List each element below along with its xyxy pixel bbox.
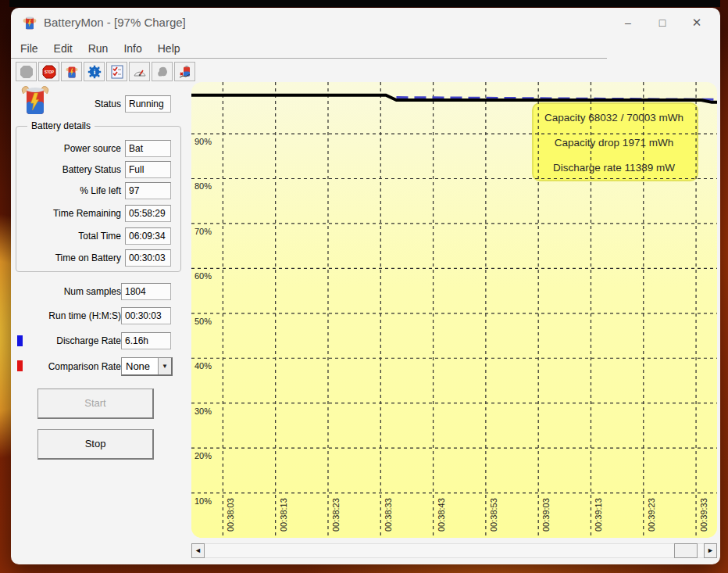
scroll-left-arrow-icon[interactable]: ◄ [191, 543, 205, 558]
run-time-label: Run time (H:M:S) [16, 307, 121, 325]
maximize-button[interactable]: □ [645, 11, 680, 34]
scroll-right-arrow-icon[interactable]: ► [704, 543, 717, 558]
battery-charge-chart: 90%80%70%60%50%40%30%20%10%00:38:0300:38… [191, 82, 717, 538]
svg-text:00:39:33: 00:39:33 [699, 498, 708, 532]
annotation-capacity: Capacity 68032 / 70003 mWh [544, 112, 683, 124]
status-field: Running [125, 95, 171, 113]
record-disabled-icon [20, 65, 34, 79]
toolbar-log-button[interactable] [106, 62, 127, 81]
life-left-label: % Life left [16, 182, 121, 200]
chevron-down-icon[interactable]: ▼ [158, 358, 171, 374]
minimize-button[interactable]: – [611, 11, 645, 34]
chart-annotation-text: Capacity 68032 / 70003 mWh Capacity drop… [527, 102, 701, 181]
scrollbar-thumb[interactable] [674, 543, 698, 558]
status-label: Status [16, 95, 121, 113]
history-disabled-icon [156, 66, 169, 78]
toolbar-battery-report-button[interactable] [174, 62, 195, 81]
toolbar-settings-button[interactable]: i [84, 62, 105, 81]
toolbar-history-button[interactable] [152, 62, 173, 81]
annotation-discharge-rate: Discharge rate 11389 mW [553, 162, 675, 174]
svg-text:80%: 80% [194, 181, 212, 191]
toolbar-stop-button[interactable]: STOP [38, 62, 59, 81]
toolbar-start-button[interactable] [16, 62, 37, 81]
annotation-capacity-drop: Capacity drop 1971 mWh [555, 137, 673, 149]
stop-button[interactable]: Stop [37, 429, 154, 460]
discharge-rate-label: Discharge Rate [16, 332, 121, 350]
svg-text:20%: 20% [194, 451, 212, 460]
menu-help[interactable]: Help [150, 39, 188, 58]
time-on-battery-field: 00:30:03 [125, 249, 171, 267]
toolbar: STOP i [16, 62, 195, 81]
time-remaining-label: Time Remaining [16, 205, 121, 223]
num-samples-field: 1804 [121, 283, 171, 300]
svg-text:00:38:13: 00:38:13 [279, 498, 288, 532]
battery-status-field: Full [125, 161, 171, 178]
checklist-icon [111, 65, 123, 79]
comparison-rate-dropdown[interactable]: None ▼ [121, 357, 173, 376]
svg-text:60%: 60% [194, 271, 212, 281]
svg-text:00:39:23: 00:39:23 [647, 498, 656, 532]
menu-run[interactable]: Run [80, 39, 116, 58]
stop-sign-icon: STOP [42, 65, 56, 79]
info-gear-icon: i [87, 65, 102, 79]
life-left-field: 97 [125, 182, 171, 199]
total-time-label: Total Time [16, 227, 121, 245]
svg-text:00:39:13: 00:39:13 [594, 498, 603, 532]
menu-file[interactable]: File [12, 39, 46, 58]
total-time-field: 06:09:34 [125, 227, 171, 245]
close-button[interactable]: ✕ [680, 11, 714, 34]
batterymon-window: BatteryMon - [97% Charge] – □ ✕ File Edi… [11, 8, 720, 564]
comparison-rate-value: None [122, 358, 158, 374]
svg-text:40%: 40% [194, 361, 212, 371]
svg-text:00:38:03: 00:38:03 [226, 498, 235, 532]
power-source-label: Power source [16, 140, 121, 158]
discharge-rate-field: 6.16h [121, 332, 171, 349]
svg-text:70%: 70% [194, 227, 212, 236]
num-samples-label: Num samples [16, 283, 121, 301]
menu-separator [11, 58, 607, 59]
run-time-field: 00:30:03 [121, 307, 171, 324]
svg-text:10%: 10% [194, 496, 212, 506]
svg-text:00:38:33: 00:38:33 [384, 498, 393, 532]
time-remaining-field: 05:58:29 [125, 205, 171, 222]
menu-info[interactable]: Info [116, 39, 149, 58]
battery-report-icon [178, 65, 192, 79]
svg-text:00:38:43: 00:38:43 [437, 498, 446, 532]
power-source-field: Bat [125, 140, 171, 157]
time-on-battery-label: Time on Battery [16, 249, 121, 267]
battery-status-label: Battery Status [16, 161, 121, 179]
comparison-rate-label: Comparison Rate [16, 357, 121, 377]
svg-text:50%: 50% [194, 317, 212, 326]
svg-text:90%: 90% [194, 137, 212, 146]
chart-horizontal-scrollbar[interactable]: ◄ ► [191, 543, 717, 558]
gauge-icon [133, 66, 147, 77]
toolbar-battery-info-button[interactable] [61, 62, 82, 81]
window-title: BatteryMon - [97% Charge] [44, 16, 186, 29]
batterymon-app-icon [22, 15, 37, 30]
menu-edit[interactable]: Edit [46, 39, 80, 58]
title-bar: BatteryMon - [97% Charge] – □ ✕ [11, 8, 720, 38]
battery-logo-icon [66, 65, 78, 79]
svg-text:00:38:23: 00:38:23 [331, 498, 341, 532]
menu-bar: File Edit Run Info Help [12, 39, 188, 58]
svg-text:STOP: STOP [44, 70, 53, 74]
toolbar-gauge-button[interactable] [129, 62, 150, 81]
svg-text:00:39:03: 00:39:03 [541, 498, 551, 532]
battery-details-title: Battery details [27, 120, 95, 131]
svg-text:00:38:53: 00:38:53 [489, 498, 498, 532]
svg-text:30%: 30% [194, 406, 212, 416]
start-button[interactable]: Start [37, 389, 154, 419]
background-window-strip [9, 0, 720, 7]
